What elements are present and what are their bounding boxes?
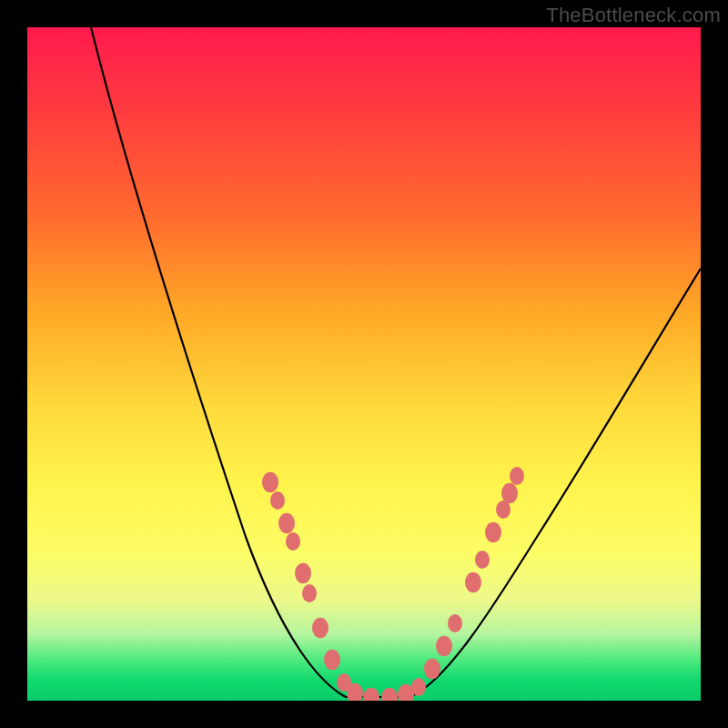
data-marker	[312, 618, 329, 639]
data-marker	[424, 659, 440, 680]
watermark-text: TheBottleneck.com	[546, 4, 721, 27]
data-marker	[270, 491, 285, 510]
data-marker	[286, 532, 300, 551]
data-marker	[302, 584, 317, 602]
chart-frame	[27, 27, 701, 701]
bottleneck-curve-right	[410, 268, 701, 697]
data-marker	[475, 551, 490, 569]
data-marker	[411, 678, 426, 696]
data-marker	[501, 483, 518, 504]
data-marker	[363, 688, 379, 701]
data-marker	[436, 636, 452, 657]
chart-svg	[27, 27, 701, 701]
data-marker	[324, 650, 340, 671]
data-marker	[465, 572, 481, 593]
data-marker	[485, 522, 501, 543]
data-marker	[262, 472, 278, 493]
data-marker	[448, 614, 462, 632]
markers-group	[262, 467, 524, 701]
data-marker	[278, 513, 295, 534]
data-marker	[381, 688, 398, 701]
data-marker	[510, 467, 524, 485]
data-marker	[295, 563, 311, 584]
